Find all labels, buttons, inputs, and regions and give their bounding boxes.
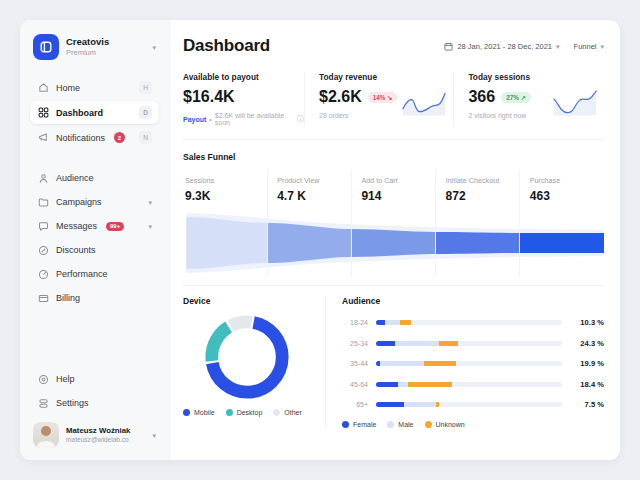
trend-badge-down: 14% ↘ <box>368 92 398 103</box>
sidebar-item-label: Home <box>56 83 80 93</box>
view-filter-selector[interactable]: Funnel ▾ <box>574 42 604 51</box>
funnel-stage: Initiate Checkout 872 <box>436 170 520 211</box>
user-name: Mateusz Woźniak <box>66 426 130 436</box>
device-title: Device <box>183 296 311 306</box>
date-range-value: 28 Jan, 2021 - 28 Dec, 2021 <box>457 42 552 51</box>
audience-row: 18-24 10.3 % <box>342 318 604 327</box>
audience-bar <box>376 320 562 325</box>
stat-card-revenue: Today revenue $2.6K 14% ↘ 28 orders <box>304 72 453 126</box>
chevron-down-icon: ▾ <box>152 432 156 439</box>
sidebar-item-billing[interactable]: Billing <box>30 287 159 309</box>
view-filter-value: Funnel <box>574 42 597 51</box>
audience-row: 35-44 19.9 % <box>342 359 604 368</box>
performance-icon <box>37 268 49 280</box>
stat-value: $2.6K <box>319 88 362 106</box>
info-icon[interactable]: ⓘ <box>297 114 304 124</box>
dashboard-icon <box>37 107 49 119</box>
audience-title: Audience <box>342 296 604 306</box>
user-menu[interactable]: Mateusz Woźniak mateusz@widelab.co ▾ <box>30 416 159 448</box>
revenue-sparkline <box>401 88 447 118</box>
sidebar-item-discounts[interactable]: Discounts <box>30 239 159 261</box>
audience-row: 25-34 24.3 % <box>342 339 604 348</box>
stat-label: Today sessions <box>468 72 604 82</box>
screen: Creatovis Premium ▾ Home H Dashboard D <box>0 0 640 480</box>
sidebar-item-performance[interactable]: Performance <box>30 263 159 285</box>
chevron-down-icon: ▾ <box>556 43 560 50</box>
sidebar-item-label: Billing <box>56 293 80 303</box>
mobile-legend-dot <box>183 409 190 416</box>
sidebar-item-campaigns[interactable]: Campaigns ▾ <box>30 191 159 213</box>
page-header: Dashboard 28 Jan, 2021 - 28 Dec, 2021 ▾ … <box>183 36 604 56</box>
sidebar-item-notifications[interactable]: Notifications 2 N <box>30 126 159 149</box>
calendar-icon <box>444 42 453 51</box>
notification-count-badge: 2 <box>114 132 125 143</box>
section-divider <box>183 139 604 140</box>
sidebar: Creatovis Premium ▾ Home H Dashboard D <box>20 20 170 460</box>
app-window: Creatovis Premium ▾ Home H Dashboard D <box>20 20 620 460</box>
messages-count-badge: 99+ <box>106 222 124 231</box>
audience-bar <box>376 361 562 366</box>
chevron-down-icon: ▾ <box>148 199 152 206</box>
stat-card-payout: Available to payout $16.4K Payout • $2.6… <box>183 72 304 126</box>
funnel-chart <box>183 211 604 277</box>
sidebar-item-help[interactable]: Help <box>30 368 159 390</box>
chat-icon <box>37 220 49 232</box>
chevron-down-icon: ▾ <box>600 43 604 50</box>
sidebar-item-settings[interactable]: Settings <box>30 392 159 414</box>
sidebar-item-dashboard[interactable]: Dashboard D <box>30 101 159 124</box>
discount-icon <box>37 244 49 256</box>
shortcut-key: N <box>139 131 152 144</box>
device-legend: Mobile Desktop Other <box>183 409 311 416</box>
sidebar-item-home[interactable]: Home H <box>30 76 159 99</box>
sidebar-item-label: Performance <box>56 269 108 279</box>
avatar <box>33 422 59 448</box>
payout-note: $2.6K will be available soon <box>215 112 294 126</box>
billing-card-icon <box>37 292 49 304</box>
stat-value: $16.4K <box>183 88 304 106</box>
desktop-legend-dot <box>226 409 233 416</box>
sidebar-item-label: Dashboard <box>56 108 103 118</box>
chevron-down-icon: ▾ <box>148 223 152 230</box>
payout-link[interactable]: Payout <box>183 116 206 123</box>
stat-label: Today revenue <box>319 72 453 82</box>
stat-value: 366 <box>468 88 495 106</box>
audience-panel: Audience 18-24 10.3 % 25-34 24.3 % <box>325 296 604 428</box>
funnel-stage: Product View 4.7 K <box>267 170 351 211</box>
device-panel: Device Mobile Desktop Other <box>183 296 311 428</box>
device-donut <box>202 312 292 402</box>
funnel-stage: Purchase 463 <box>520 170 604 211</box>
sidebar-footer: Help Settings Mateusz Woźniak mateusz@wi… <box>30 368 159 448</box>
shortcut-key: H <box>139 81 152 94</box>
stat-label: Available to payout <box>183 72 304 82</box>
other-legend-dot <box>273 409 280 416</box>
shortcut-key: D <box>139 106 152 119</box>
stat-cards: Available to payout $16.4K Payout • $2.6… <box>183 72 604 126</box>
chevron-down-icon: ▾ <box>152 44 156 51</box>
person-icon <box>37 172 49 184</box>
settings-icon <box>37 397 49 409</box>
sessions-sparkline <box>552 88 598 118</box>
sidebar-item-label: Settings <box>56 398 89 408</box>
date-range-selector[interactable]: 28 Jan, 2021 - 28 Dec, 2021 ▾ <box>444 42 559 51</box>
sidebar-item-label: Audience <box>56 173 94 183</box>
funnel-section-title: Sales Funnel <box>183 152 604 162</box>
audience-bar <box>376 382 562 387</box>
stat-card-sessions: Today sessions 366 27% ↗ 2 visitors righ… <box>453 72 604 126</box>
help-icon <box>37 373 49 385</box>
workspace-switcher[interactable]: Creatovis Premium ▾ <box>30 34 159 60</box>
sidebar-item-label: Campaigns <box>56 197 102 207</box>
audience-bar <box>376 341 562 346</box>
user-email: mateusz@widelab.co <box>66 436 130 445</box>
sidebar-item-label: Messages <box>56 221 97 231</box>
audience-row: 65+ 7.5 % <box>342 400 604 409</box>
funnel-stage: Sessions 9.3K <box>183 170 267 211</box>
audience-legend: Female Male Unknown <box>342 421 604 428</box>
nav-group-divider <box>30 151 159 167</box>
main-content: Dashboard 28 Jan, 2021 - 28 Dec, 2021 ▾ … <box>170 20 620 460</box>
audience-bar <box>376 402 562 407</box>
sidebar-item-messages[interactable]: Messages 99+ ▾ <box>30 215 159 237</box>
female-legend-dot <box>342 421 349 428</box>
trend-badge-up: 27% ↗ <box>501 92 531 103</box>
sidebar-item-audience[interactable]: Audience <box>30 167 159 189</box>
folder-icon <box>37 196 49 208</box>
